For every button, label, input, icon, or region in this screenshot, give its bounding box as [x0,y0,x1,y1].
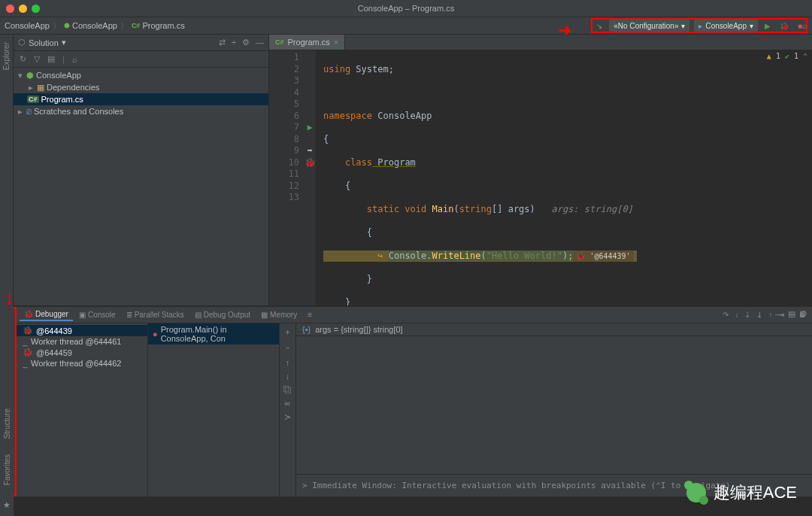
force-step-icon[interactable]: ⤓ [756,311,762,319]
solution-tree: ▾⬢ ConsoleApp ▸▦ Dependencies C# Program… [14,68,268,119]
thread-row[interactable]: ⎯ Worker thread @644461 [17,336,147,347]
tab-memory[interactable]: ▦ Memory [256,309,301,320]
window-title: ConsoleApp – Program.cs [358,4,454,13]
breadcrumb-solution[interactable]: ConsoleApp [5,21,50,30]
tab-debug-output[interactable]: ▤ Debug Output [190,309,255,320]
chevron-down-icon: ▾ [62,38,66,47]
link-icon[interactable]: ∞ [285,399,291,408]
solution-panel-title[interactable]: ⬡ Solution ▾ [18,38,66,47]
breadcrumb: ConsoleApp 〉 ⬢ConsoleApp 〉 C#Program.cs [5,20,185,32]
chevron-up-down-icon[interactable]: ⌃ [803,52,807,60]
debug-main: 🐞 Debugger ▣ Console ≣ Parallel Stacks ▤… [17,307,812,496]
more-icon[interactable]: ≡ [303,309,317,320]
runcfg-dropdown[interactable]: ▸ConsoleApp ▾ [694,19,757,32]
minimize-window-icon[interactable] [19,5,27,13]
star-icon[interactable]: ★ [3,500,11,510]
thread-row[interactable]: 🐞 @644459 [17,347,147,358]
inspection-warn-count: 1 [776,52,780,60]
tree-dependencies[interactable]: ▸▦ Dependencies [14,81,268,93]
maximize-window-icon[interactable] [32,5,40,13]
layout-icon[interactable]: ▤ [788,309,795,319]
editor-area: C#Program.cs × ▲1 ✔1 ⌃ 12345678910111213… [269,35,812,305]
window-controls [6,5,40,13]
bottom-left-stripe: Structure Favorites ★ [0,305,14,516]
chevron-down-icon: ▾ [681,22,685,30]
debug-body: 🐞 @644439 ⎯ Worker thread @644461 🐞 @644… [17,323,812,496]
solution-panel: ⬡ Solution ▾ ⇄ ÷ ⚙ — ↻ ▽ ▤ | ⌕ ▾⬢ Consol… [14,35,269,305]
watermark-text: 趣编程ACE [714,481,797,504]
step-over-icon[interactable]: ↷ [723,311,729,319]
remove-watch-icon[interactable]: － [283,342,292,354]
sync-icon[interactable]: ↻ [20,54,26,64]
chevron-right-icon: 〉 [53,20,61,32]
copy-icon[interactable]: ⿻ [283,385,292,394]
tree-scratches[interactable]: ▸⎚ Scratches and Consoles [14,105,268,117]
step-into-icon[interactable]: ↓ [735,311,738,319]
frame-row[interactable]: ● Program.Main() in ConsoleApp, Con [148,323,279,345]
run-line-icon[interactable]: ▶ [307,122,312,132]
config-dropdown[interactable]: «No Configuration» ▾ [609,19,689,32]
left-tool-stripe: Explorer [0,35,14,305]
gear-icon[interactable]: ⚙ [800,309,807,319]
inspection-ok-count: 1 [794,52,798,60]
chevron-down-icon: ▾ [750,22,753,30]
debug-tabs: 🐞 Debugger ▣ Console ≣ Parallel Stacks ▤… [17,307,812,323]
vars-toolbar: ＋ － ↑ ↓ ⿻ ∞ ≻ [280,323,296,496]
favorites-stripe-label[interactable]: Favorites [3,454,11,485]
step-into-my-icon[interactable]: ⇣ [744,311,750,319]
up-icon[interactable]: ↑ [286,358,290,367]
breadcrumb-file[interactable]: C#Program.cs [132,21,185,30]
close-window-icon[interactable] [6,5,14,13]
stack-icon[interactable]: ▤ [47,54,55,64]
structure-stripe-label[interactable]: Structure [3,408,11,439]
variables-panel: {•} args = {string[]} string[0] > Immedi… [296,323,812,496]
chevron-right-icon: 〉 [120,20,129,32]
tree-root[interactable]: ▾⬢ ConsoleApp [14,69,268,81]
frames-panel: ● Program.Main() in ConsoleApp, Con [148,323,280,496]
annotation-arrow: ➔ [559,21,571,39]
divide-icon[interactable]: ÷ [232,38,236,47]
explorer-stripe-label[interactable]: Explorer [2,42,11,70]
tree-file-program[interactable]: C# Program.cs [14,93,268,105]
debug-panel: ↓ ↻ 🔧 ⏵ ⏸ ■ ⊘ ▯ ▼ ◉ ◎ ≋ ⚙ 📌 🐞 Debugger ▣… [0,305,812,496]
add-watch-icon[interactable]: ＋ [283,326,292,338]
terminal-icon[interactable]: ≻ [284,412,291,422]
hammer-icon[interactable]: ↘ [594,19,604,32]
thread-row[interactable]: ⎯ Worker thread @644462 [17,358,147,369]
search-icon[interactable]: ⌕ [802,21,807,30]
editor-tab-program[interactable]: C#Program.cs × [269,35,345,50]
hide-icon[interactable]: — [775,309,783,318]
editor-tabs: C#Program.cs × [269,35,812,50]
thread-tag[interactable]: 🐞 '@644439' [573,250,633,263]
close-icon[interactable]: × [334,38,338,47]
hide-icon[interactable]: — [256,38,264,47]
navbar: ConsoleApp 〉 ⬢ConsoleApp 〉 C#Program.cs … [0,17,812,35]
search-icon[interactable]: ⌕ [72,55,77,64]
chevron-down-icon: ▾ [17,71,24,80]
run-toolbar: ↘ «No Configuration» ▾ ▸ConsoleApp ▾ ▶ 🐞… [591,18,807,33]
chevron-right-icon: ▸ [17,107,24,117]
thread-row[interactable]: 🐞 @644439 [17,325,147,336]
debug-button[interactable]: 🐞 [777,19,791,32]
solution-toolbar: ↻ ▽ ▤ | ⌕ [14,51,268,68]
filter-icon[interactable]: ▽ [34,54,40,64]
solution-panel-header: ⬡ Solution ▾ ⇄ ÷ ⚙ — [14,35,268,51]
collapse-icon[interactable]: ⇄ [219,38,226,47]
tab-console[interactable]: ▣ Console [74,309,120,320]
chevron-right-icon: ▸ [27,83,35,93]
variables-row[interactable]: {•} args = {string[]} string[0] [296,323,812,336]
main-area: Explorer ⬡ Solution ▾ ⇄ ÷ ⚙ — ↻ ▽ ▤ | ⌕ … [0,35,812,305]
run-button[interactable]: ▶ [762,19,773,32]
gear-icon[interactable]: ⚙ [242,38,250,47]
down-icon[interactable]: ↓ [286,372,290,381]
titlebar: ConsoleApp – Program.cs [0,0,812,17]
breadcrumb-project[interactable]: ⬢ConsoleApp [64,21,117,30]
execution-point-icon: ➡🐞 [304,145,316,168]
wechat-logo-icon [686,483,706,502]
watermark: 趣编程ACE [686,481,797,504]
inspection-widget[interactable]: ▲1 ✔1 ⌃ [767,52,807,60]
debug-panel-controls: — ▤ ⚙ [767,307,812,321]
tab-debugger[interactable]: 🐞 Debugger [20,308,73,321]
tab-parallel-stacks[interactable]: ≣ Parallel Stacks [122,309,189,320]
threads-panel: 🐞 @644439 ⎯ Worker thread @644461 🐞 @644… [17,323,148,496]
